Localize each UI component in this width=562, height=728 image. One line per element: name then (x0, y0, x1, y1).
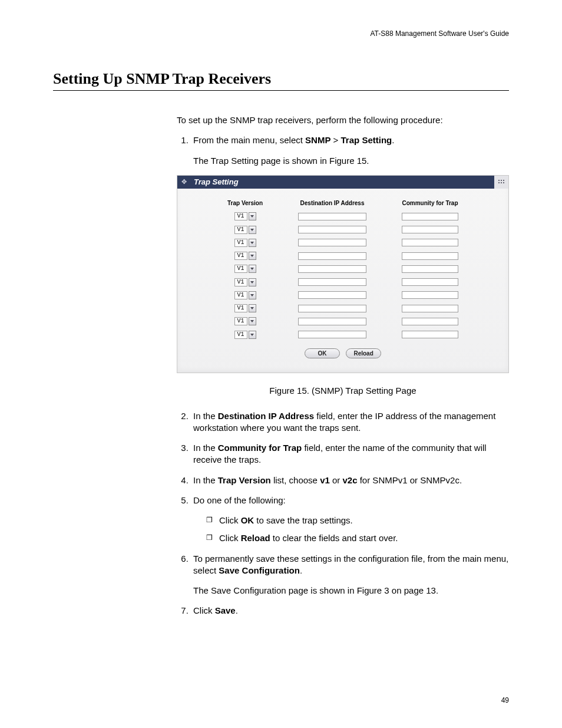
trap-version-value: V1 (234, 252, 247, 260)
step-7: Click Save. (191, 605, 509, 617)
col-community: Community for Trap (384, 199, 476, 210)
trap-row: V1 (210, 209, 476, 222)
svg-point-1 (501, 180, 502, 181)
destination-ip-input[interactable] (298, 226, 366, 233)
trap-version-select[interactable]: V1 (234, 265, 256, 273)
trap-version-value: V1 (234, 278, 247, 286)
svg-point-2 (503, 180, 504, 181)
trap-version-select[interactable]: V1 (234, 317, 256, 325)
community-input[interactable] (402, 331, 458, 338)
trap-version-value: V1 (234, 265, 247, 273)
col-version: Trap Version (210, 199, 280, 210)
destination-ip-input[interactable] (298, 213, 366, 220)
step-1-text: From the main menu, select SNMP > Trap S… (193, 135, 394, 145)
titlebar-left-icon: ✥ (177, 176, 190, 189)
destination-ip-input[interactable] (298, 318, 366, 325)
trap-version-value: V1 (234, 304, 247, 312)
trap-version-select[interactable]: V1 (234, 291, 256, 299)
destination-ip-input[interactable] (298, 252, 366, 260)
trap-version-select[interactable]: V1 (234, 226, 256, 234)
community-input[interactable] (402, 318, 458, 325)
step-3: In the Community for Trap field, enter t… (191, 442, 509, 466)
trap-version-value: V1 (234, 291, 247, 299)
page-title: Setting Up SNMP Trap Receivers (53, 70, 509, 91)
step-1-after: The Trap Setting page is shown in Figure… (193, 155, 509, 167)
community-input[interactable] (402, 291, 458, 299)
step-5a: Click OK to save the trap settings. (206, 515, 509, 526)
trap-version-select[interactable]: V1 (234, 212, 256, 220)
community-input[interactable] (402, 213, 458, 220)
svg-marker-14 (250, 320, 254, 322)
chevron-down-icon[interactable] (249, 252, 256, 260)
trap-version-select[interactable]: V1 (234, 304, 256, 312)
figure-title: Trap Setting (190, 176, 494, 189)
svg-marker-8 (250, 242, 254, 244)
step-5: Do one of the following: Click OK to sav… (191, 495, 509, 545)
svg-marker-7 (250, 229, 254, 231)
chevron-down-icon[interactable] (249, 212, 256, 220)
trap-version-value: V1 (234, 331, 247, 339)
trap-row: V1 (210, 314, 476, 327)
trap-row: V1 (210, 262, 476, 275)
destination-ip-input[interactable] (298, 239, 366, 246)
svg-point-3 (498, 182, 500, 183)
trap-row: V1 (210, 275, 476, 288)
svg-point-4 (501, 182, 502, 183)
svg-marker-12 (250, 294, 254, 297)
trap-version-select[interactable]: V1 (234, 278, 256, 286)
figure-button-row: OK Reload (189, 347, 497, 359)
ok-button[interactable]: OK (305, 348, 340, 359)
svg-marker-13 (250, 307, 254, 309)
trap-row: V1 (210, 249, 476, 262)
figure-body: Trap Version Destination IP Address Comm… (177, 189, 508, 365)
step-5b: Click Reload to clear the fields and sta… (206, 532, 509, 544)
chevron-down-icon[interactable] (249, 226, 256, 234)
destination-ip-input[interactable] (298, 305, 366, 312)
trap-version-select[interactable]: V1 (234, 239, 256, 247)
trap-table: Trap Version Destination IP Address Comm… (210, 199, 476, 341)
chevron-down-icon[interactable] (249, 265, 256, 273)
figure-titlebar: ✥ Trap Setting (177, 176, 508, 189)
chevron-down-icon[interactable] (249, 317, 256, 325)
chevron-down-icon[interactable] (249, 331, 256, 339)
destination-ip-input[interactable] (298, 331, 366, 338)
chevron-down-icon[interactable] (249, 239, 256, 247)
svg-marker-10 (250, 268, 254, 270)
chevron-down-icon[interactable] (249, 291, 256, 299)
community-input[interactable] (402, 265, 458, 273)
figure-caption: Figure 15. (SNMP) Trap Setting Page (177, 385, 509, 397)
trap-version-select[interactable]: V1 (234, 331, 256, 339)
destination-ip-input[interactable] (298, 265, 366, 273)
svg-point-5 (503, 182, 504, 183)
trap-version-value: V1 (234, 317, 247, 325)
community-input[interactable] (402, 278, 458, 286)
reload-button[interactable]: Reload (346, 348, 381, 359)
trap-row: V1 (210, 288, 476, 301)
trap-row: V1 (210, 301, 476, 314)
destination-ip-input[interactable] (298, 291, 366, 299)
community-input[interactable] (402, 252, 458, 260)
chevron-down-icon[interactable] (249, 304, 256, 312)
trap-row: V1 (210, 236, 476, 249)
trap-setting-screenshot: ✥ Trap Setting Trap Version Destination … (177, 175, 509, 374)
step-1: From the main menu, select SNMP > Trap S… (191, 134, 509, 167)
step-6: To permanently save these settings in th… (191, 553, 509, 597)
step-2: In the Destination IP Address field, ent… (191, 410, 509, 434)
titlebar-right-icon (494, 176, 508, 189)
community-input[interactable] (402, 239, 458, 246)
step-4: In the Trap Version list, choose v1 or v… (191, 475, 509, 486)
svg-marker-9 (250, 255, 254, 257)
chevron-down-icon[interactable] (249, 278, 256, 286)
community-input[interactable] (402, 305, 458, 312)
page-number: 49 (501, 696, 509, 704)
svg-point-0 (498, 180, 500, 181)
col-dest: Destination IP Address (280, 199, 384, 210)
destination-ip-input[interactable] (298, 278, 366, 286)
trap-version-select[interactable]: V1 (234, 252, 256, 260)
trap-version-value: V1 (234, 239, 247, 247)
doc-header: AT-S88 Management Software User's Guide (53, 29, 509, 38)
svg-marker-11 (250, 281, 254, 284)
step-6-after: The Save Configuration page is shown in … (193, 585, 509, 597)
community-input[interactable] (402, 226, 458, 233)
svg-marker-6 (250, 215, 254, 218)
